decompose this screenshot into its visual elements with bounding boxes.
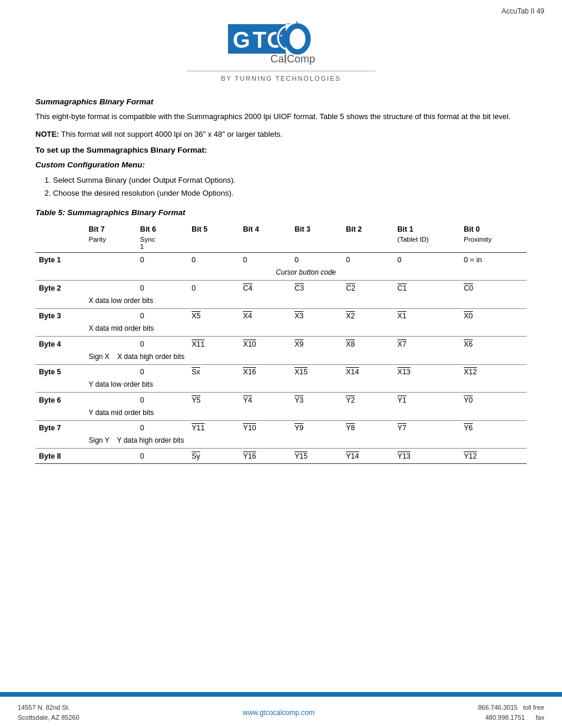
footer-address-line1: 14557 N. 82nd St. [18,703,80,713]
bit5-header: Bit 5 [188,223,239,236]
byte-col-header [35,223,85,236]
byte7-bit4: Y10 [240,421,291,435]
cursor-label: Cursor button code [85,267,527,281]
footer-phone-row: 866.746.3015 toll free [478,703,544,713]
byte4-label: Byte 4 [35,337,85,351]
config-menu-label: Custom Configuration Menu: [35,160,527,169]
byte8-bit2: Y14 [342,449,394,464]
byte5-bit5: Sx [188,365,239,379]
byte2-bit1: C1 [394,281,461,295]
byte1-bit7 [85,253,137,268]
byte6-sub-label: Y data mid order bits [85,407,527,421]
byte8-label: Byte 8 [35,449,85,464]
byte3-bit0: X0 [460,309,527,323]
byte6-row: Byte 6 0 Y5 Y4 Y3 Y2 Y1 Y0 [35,393,527,407]
byte5-bit0: X12 [460,365,527,379]
byte3-bit7 [85,309,137,323]
sep-final [35,463,527,467]
step-2: Choose the desired resolution (under Mod… [53,187,527,200]
byte4-sub-empty [35,351,85,365]
byte1-bit5: 0 [188,253,239,268]
byte2-bit7 [85,281,137,295]
byte3-bit3: X3 [291,309,342,323]
byte3-row: Byte 3 0 X5 X4 X3 X2 X1 X0 [35,309,527,323]
byte7-bit1: Y7 [394,421,461,435]
cursor-empty [35,267,85,281]
col-header-row: Bit 7 Bit 6 Bit 5 Bit 4 Bit 3 Bit 2 Bit … [35,223,527,236]
byte2-sub-row: X data low order bits [35,295,527,309]
byte3-bit6: 0 [137,309,188,323]
footer-phone-label: toll free [523,704,544,711]
byte5-row: Byte 5 0 Sx X16 X15 X14 X13 X12 [35,365,527,379]
header: G T C Cal Comp by TURN [0,15,562,91]
bit5-sub [188,236,239,253]
byte1-bit3: 0 [291,253,342,268]
byte8-bit1: Y13 [394,449,461,464]
byte4-sub-row: Sign X X data high order bits [35,351,527,365]
byte4-bit4: X10 [240,337,291,351]
footer-blue-bar [0,692,562,697]
note-label: NOTE: [35,130,59,139]
byte4-bit6: 0 [137,337,188,351]
byte6-bit6: 0 [137,393,188,407]
byte1-label: Byte 1 [35,253,85,268]
svg-text:G: G [233,28,250,52]
svg-text:T: T [253,28,266,52]
byte5-bit7 [85,365,137,379]
byte8-bit5: Sy [188,449,239,464]
byte3-sub-row: X data mid order bits [35,323,527,337]
svg-text:Comp: Comp [287,53,315,65]
byte2-bit6: 0 [137,281,188,295]
byte5-sub-label: Y data low order bits [85,379,527,393]
byte4-bit5: X11 [188,337,239,351]
tagline: by TURNING technologies [221,75,341,82]
setup-heading: To set up the Summagraphics Binary Forma… [35,146,527,154]
byte2-bit3: C3 [291,281,342,295]
byte5-sub-empty [35,379,85,393]
step-1: Select Summa Binary (under Output Format… [53,174,527,187]
bit3-header: Bit 3 [291,223,342,236]
bit2-sub [342,236,394,253]
page: AccuTab II 49 G T C Cal [0,0,562,728]
byte7-bit6: 0 [137,421,188,435]
logo-separator [187,71,375,71]
byte3-bit1: X1 [394,309,461,323]
byte7-label: Byte 7 [35,421,85,435]
byte3-label: Byte 3 [35,309,85,323]
byte8-bit7 [85,449,137,464]
byte2-bit2: C2 [342,281,394,295]
byte2-bit4: C4 [240,281,291,295]
footer-fax: 480.998.1751 [485,714,525,721]
byte1-bit0: 0 = in [460,253,527,268]
col-subheader-row: Parity Sync1 (Tablet ID) Proximity [35,236,527,253]
byte2-bit5: 0 [188,281,239,295]
byte8-row: Byte 8 0 Sy Y16 Y15 Y14 Y13 Y12 [35,449,527,464]
logo-container: G T C Cal Comp by TURN [187,21,375,82]
page-number-bar: AccuTab II 49 [0,0,562,15]
byte6-bit5: Y5 [188,393,239,407]
body-text: This eight-byte format is compatible wit… [35,111,527,123]
byte6-bit1: Y1 [394,393,461,407]
cursor-sub-row: Cursor button code [35,267,527,281]
byte7-bit0: Y6 [460,421,527,435]
note-text: NOTE: This format will not support 4000 … [35,129,527,140]
byte6-sub-empty [35,407,85,421]
byte3-bit4: X4 [240,309,291,323]
byte7-sub-label: Sign Y Y data high order bits [85,435,527,449]
steps-list: Select Summa Binary (under Output Format… [53,174,527,200]
bit6-header: Bit 6 [137,223,188,236]
footer-address: 14557 N. 82nd St. Scottsdale, AZ 85260 [18,703,80,722]
byte4-bit3: X9 [291,337,342,351]
byte8-bit4: Y16 [240,449,291,464]
bit6-sub: Sync1 [137,236,188,253]
byte1-bit1: 0 [394,253,461,268]
footer-website[interactable]: www.gtcocalcomp.com [243,709,315,717]
bit0-header: Bit 0 [460,223,527,236]
byte7-bit7 [85,421,137,435]
byte2-label: Byte 2 [35,281,85,295]
byte8-bit3: Y15 [291,449,342,464]
byte6-bit3: Y3 [291,393,342,407]
byte3-bit5: X5 [188,309,239,323]
byte1-bit6: 0 [137,253,188,268]
byte6-bit2: Y2 [342,393,394,407]
